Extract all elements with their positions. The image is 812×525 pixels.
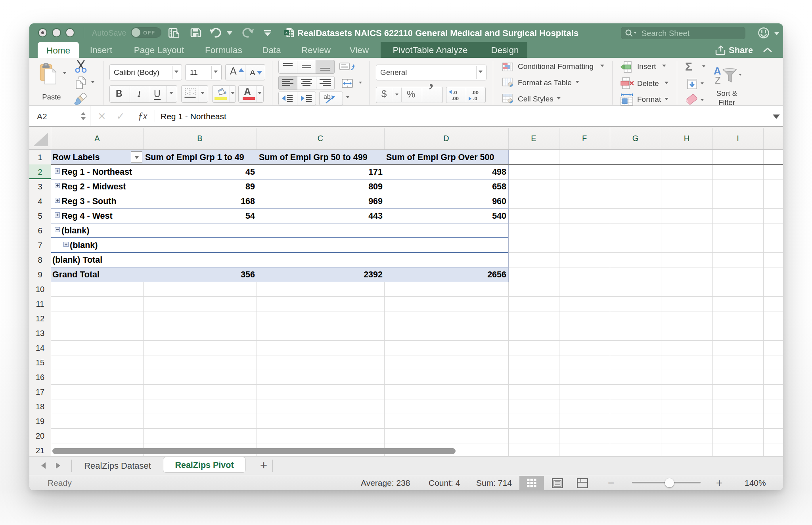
svg-text:.0: .0	[473, 95, 477, 101]
svg-text:ab: ab	[324, 94, 331, 100]
svg-text:.00: .00	[471, 90, 479, 95]
svg-text:.00: .00	[452, 95, 459, 101]
svg-text:x: x	[285, 30, 288, 35]
svg-text:.0: .0	[453, 90, 457, 95]
